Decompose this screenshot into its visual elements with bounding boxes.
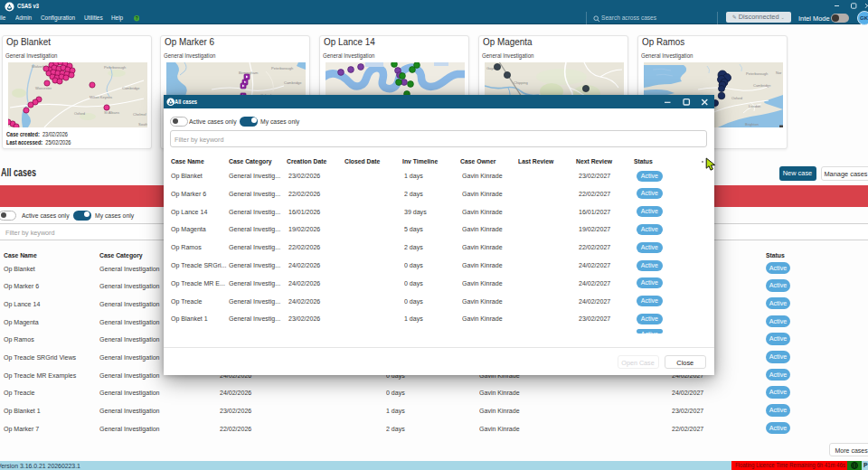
svg-text:Worcester: Worcester	[35, 86, 52, 90]
svg-text:Nor: Nor	[776, 70, 782, 75]
svg-text:Peterborough: Peterborough	[746, 71, 768, 76]
svg-text:Oxford: Oxford	[731, 96, 742, 100]
svg-text:Peterborough: Peterborough	[104, 65, 126, 70]
svg-text:Cambridge: Cambridge	[753, 83, 771, 88]
svg-text:Cambridge: Cambridge	[284, 80, 302, 85]
svg-text:?: ?	[135, 16, 137, 21]
svg-text:St Albans: St Albans	[104, 110, 119, 115]
svg-text:Chelmsf: Chelmsf	[133, 112, 147, 117]
svg-text:Cambridge: Cambridge	[122, 86, 140, 90]
svg-text:Brighton: Brighton	[745, 122, 759, 127]
svg-text:Oxford: Oxford	[74, 111, 85, 116]
svg-text:Chipping: Chipping	[514, 80, 528, 85]
svg-text:Peterborough: Peterborough	[271, 66, 293, 70]
svg-text:South: South	[138, 122, 147, 127]
svg-text:London: London	[749, 104, 760, 108]
svg-text:Milton Keynes: Milton Keynes	[90, 95, 112, 99]
